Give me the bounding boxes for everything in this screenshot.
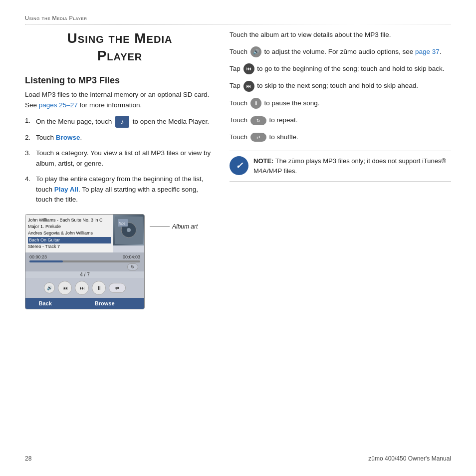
note-text: NOTE: The zūmo plays MP3 files only; it … [253, 156, 451, 176]
page-container: Using the Media Player Using the Media P… [0, 0, 476, 476]
page37-link[interactable]: page 37 [415, 48, 440, 55]
repeat-indicator: ↻ [127, 263, 138, 270]
svg-text:face: face [119, 222, 125, 225]
track-2: Major 1. Prelude [28, 224, 111, 230]
right-para-1: Touch the album art to view details abou… [230, 29, 451, 40]
repeat-icon: ↻ [250, 116, 266, 125]
svg-point-2 [127, 228, 131, 232]
right-column: Touch the album art to view details abou… [230, 29, 451, 309]
intro-text: Load MP3 files to the internal memory or… [25, 90, 215, 111]
track-1: John Williams - Bach Suite No. 3 in C [28, 217, 111, 224]
music-icon: ♪ [115, 116, 129, 128]
right-para-3: Tap ⏮ to go to the beginning of the song… [230, 63, 451, 74]
right-para-5: Touch ⏸ to pause the song. [230, 98, 451, 109]
note-icon: ✓ [230, 156, 248, 175]
player-progress: 00:00:23 00:04:03 ↻ [25, 252, 144, 271]
pages-link[interactable]: pages 25–27 [39, 101, 78, 109]
player-albumart[interactable]: face [113, 215, 144, 245]
time-elapsed: 00:00:23 [29, 254, 47, 259]
volume-icon: 🔊 [250, 46, 261, 57]
player-screenshot: John Williams - Bach Suite No. 3 in C Ma… [25, 214, 215, 309]
time-total: 00:04:03 [123, 254, 140, 259]
album-art-label: Album art [172, 223, 198, 230]
right-para-2: Touch 🔊 to adjust the volume. For zūmo a… [230, 46, 451, 57]
player-tracklist: John Williams - Bach Suite No. 3 in C Ma… [25, 215, 113, 252]
track-5: Stereo - Track 7 [28, 243, 111, 250]
step-2: 2. Touch Browse. [25, 133, 215, 143]
section-title: Listening to MP3 Files [25, 75, 215, 86]
note-box: ✓ NOTE: The zūmo plays MP3 files only; i… [230, 151, 451, 182]
volume-button[interactable]: 🔊 [44, 282, 55, 293]
fastforward-icon: ⏭ [243, 81, 254, 92]
shuffle-icon: ⇄ [250, 133, 266, 142]
player-nav: Back Browse [25, 298, 144, 309]
chapter-title: Using the Media Player [25, 29, 215, 64]
top-header: Using the Media Player [25, 15, 451, 24]
page-number: 28 [25, 455, 31, 462]
steps-list: 1. On the Menu page, touch ♪ to open the… [25, 116, 215, 206]
track-number: 4 / 7 [25, 271, 144, 278]
player-controls: 🔊 ⏮ ⏭ ⏸ ⇄ [25, 278, 144, 298]
rewind-icon: ⏮ [243, 63, 254, 74]
right-para-4: Tap ⏭ to skip to the next song; touch an… [230, 80, 451, 91]
player-box: John Williams - Bach Suite No. 3 in C Ma… [25, 214, 145, 309]
player-top: John Williams - Bach Suite No. 3 in C Ma… [25, 215, 144, 252]
manual-title: zūmo 400/450 Owner's Manual [368, 455, 451, 462]
track-4: Bach On Guitar [28, 237, 111, 243]
header-label: Using the Media Player [25, 15, 87, 21]
page-footer: 28 zūmo 400/450 Owner's Manual [25, 455, 451, 462]
left-column: Using the Media Player Listening to MP3 … [25, 29, 215, 309]
back-button[interactable]: Back [25, 298, 65, 309]
track-3: Andres Segovia & John Williams [28, 230, 111, 237]
right-para-7: Touch ⇄ to shuffle. [230, 132, 451, 143]
play-all-link[interactable]: Play All [54, 186, 78, 193]
step-3: 3. Touch a category. You view a list of … [25, 148, 215, 169]
pause-icon: ⏸ [250, 98, 261, 109]
album-art-annotation: Album art [150, 223, 198, 230]
browse-button[interactable]: Browse [65, 298, 144, 309]
two-col-layout: Using the Media Player Listening to MP3 … [25, 29, 451, 309]
progress-fill [29, 260, 63, 262]
pause-button[interactable]: ⏸ [92, 281, 106, 295]
shuffle-button[interactable]: ⇄ [109, 283, 126, 293]
step-4: 4. To play the entire category from the … [25, 174, 215, 206]
next-button[interactable]: ⏭ [75, 281, 89, 295]
browse-link[interactable]: Browse [56, 134, 80, 141]
progress-bar[interactable] [29, 260, 140, 262]
prev-button[interactable]: ⏮ [58, 281, 72, 295]
right-para-6: Touch ↻ to repeat. [230, 115, 451, 126]
step-1: 1. On the Menu page, touch ♪ to open the… [25, 116, 215, 128]
